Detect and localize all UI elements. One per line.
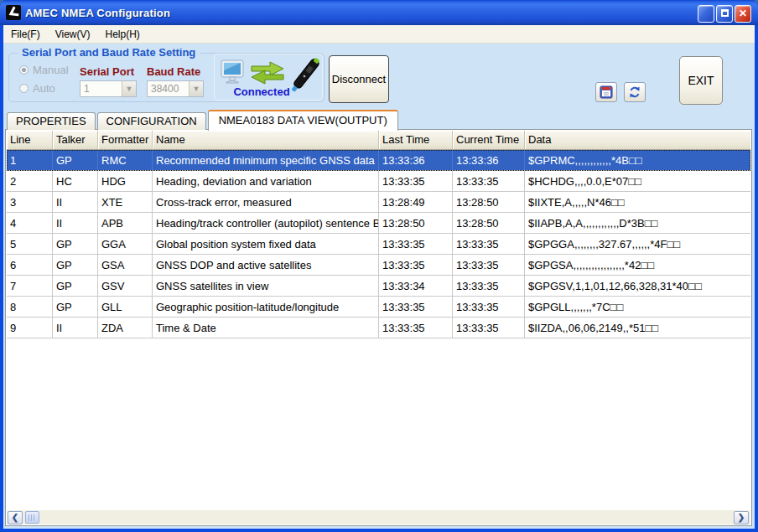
table-cell: 13:28:50: [453, 192, 525, 212]
table-cell: Heading/track controller (autopilot) sen…: [153, 213, 379, 233]
table-cell: 1: [7, 150, 53, 170]
table-cell: HDG: [98, 171, 153, 191]
connection-panel: Connected: [214, 54, 323, 101]
table-cell: $GPGSV,1,1,01,12,66,328,31*40□□: [525, 276, 750, 296]
main-content: Serial Port and Baud Rate Setting Manual…: [3, 44, 755, 529]
menu-bar: File(F) View(V) Help(H): [3, 25, 755, 44]
manual-radio-label: Manual: [33, 64, 69, 76]
table-cell: 3: [7, 192, 53, 212]
column-header-data[interactable]: Data: [525, 131, 750, 149]
app-logo-icon: [6, 5, 21, 20]
table-cell: 13:33:34: [379, 276, 453, 296]
table-row[interactable]: 6 GP GSA GNSS DOP and active satellites …: [7, 255, 750, 276]
column-header-name[interactable]: Name: [153, 131, 379, 149]
table-row[interactable]: 2 HC HDG Heading, deviation and variatio…: [7, 171, 750, 192]
menu-help[interactable]: Help(H): [97, 25, 147, 44]
data-transfer-arrows-icon: [250, 59, 285, 86]
table-cell: RMC: [98, 150, 153, 170]
table-cell: II: [53, 318, 98, 338]
serial-port-select[interactable]: 1 ▼: [80, 80, 137, 97]
column-header-line[interactable]: Line: [7, 131, 53, 149]
refresh-button[interactable]: [624, 82, 646, 102]
table-cell: $IIXTE,A,,,,,N*46□□: [525, 192, 750, 212]
column-header-last-time[interactable]: Last Time: [379, 131, 453, 149]
computer-icon: [220, 59, 247, 85]
table-cell: GSA: [98, 255, 153, 275]
serial-port-label: Serial Port: [80, 65, 134, 78]
column-header-talker[interactable]: Talker: [53, 131, 98, 149]
table-row[interactable]: 4 II APB Heading/track controller (autop…: [7, 213, 750, 234]
table-cell: $GPGGA,,,,,,,,327.67,,,,,,*4F□□: [525, 234, 750, 254]
tab-properties[interactable]: PROPERTIES: [7, 112, 96, 130]
title-bar[interactable]: AMEC NMEA Configuration _ ✕: [0, 0, 758, 25]
maximize-button[interactable]: [716, 5, 733, 23]
table-cell: 13:33:35: [453, 297, 525, 317]
chevron-down-icon[interactable]: ▼: [122, 81, 136, 96]
minimize-button[interactable]: _: [698, 5, 714, 23]
manual-radio[interactable]: Manual: [19, 64, 69, 76]
table-row[interactable]: 9 II ZDA Time & Date 13:33:35 13:33:35 $…: [7, 318, 750, 338]
table-cell: II: [53, 192, 98, 212]
table-cell: $GPGSA,,,,,,,,,,,,,,,,,*42□□: [525, 255, 750, 275]
chevron-down-icon[interactable]: ▼: [189, 81, 203, 96]
table-cell: GNSS satellites in view: [153, 276, 379, 296]
table-cell: GSV: [98, 276, 153, 296]
column-header-formatter[interactable]: Formatter: [98, 131, 153, 149]
table-cell: 13:33:35: [453, 318, 525, 338]
table-cell: 13:33:35: [379, 255, 453, 275]
table-row[interactable]: 8 GP GLL Geographic position-latitude/lo…: [7, 297, 750, 318]
scroll-left-icon[interactable]: ❮: [8, 511, 23, 524]
table-cell: 13:33:35: [379, 318, 453, 338]
save-button[interactable]: [595, 82, 617, 102]
baud-rate-select[interactable]: 38400 ▼: [147, 80, 204, 97]
close-button[interactable]: ✕: [735, 5, 751, 23]
table-cell: 13:33:35: [453, 255, 525, 275]
grid-body: 1 GP RMC Recommended minimum specific GN…: [7, 150, 750, 338]
table-cell: 6: [7, 255, 53, 275]
disconnect-button[interactable]: Disconnect: [329, 55, 389, 103]
table-cell: 5: [7, 234, 53, 254]
table-cell: Geographic position-latitude/longitude: [153, 297, 379, 317]
table-row[interactable]: 5 GP GGA Global position system fixed da…: [7, 234, 750, 255]
table-cell: 13:33:35: [379, 234, 453, 254]
refresh-icon: [628, 85, 641, 99]
table-cell: GP: [53, 150, 98, 170]
nmea-data-grid: Line Talker Formatter Name Last Time Cur…: [7, 131, 750, 509]
table-row[interactable]: 3 II XTE Cross-track error, measured 13:…: [7, 192, 750, 213]
exit-button[interactable]: EXIT: [679, 56, 723, 105]
table-cell: GP: [53, 276, 98, 296]
tab-configuration[interactable]: CONFIGURATION: [97, 112, 206, 130]
table-cell: 2: [7, 171, 53, 191]
tab-nmea0183-data-view[interactable]: NMEA0183 DATA VIEW(OUTPUT): [208, 110, 398, 131]
table-cell: 9: [7, 318, 53, 338]
table-cell: $IIAPB,A,A,,,,,,,,,,,,D*3B□□: [525, 213, 750, 233]
table-row[interactable]: 1 GP RMC Recommended minimum specific GN…: [7, 150, 750, 171]
table-cell: 13:28:50: [453, 213, 525, 233]
manual-radio-circle[interactable]: [19, 65, 29, 75]
table-cell: 13:33:35: [453, 276, 525, 296]
auto-radio[interactable]: Auto: [19, 82, 55, 95]
menu-file[interactable]: File(F): [3, 25, 48, 44]
table-cell: 13:33:35: [453, 171, 525, 191]
table-cell: GGA: [98, 234, 153, 254]
table-cell: 13:28:49: [379, 192, 453, 212]
app-window: AMEC NMEA Configuration _ ✕ File(F) View…: [0, 0, 758, 532]
table-cell: ZDA: [98, 318, 153, 338]
table-cell: 4: [7, 213, 53, 233]
table-cell: 13:28:50: [379, 213, 453, 233]
table-cell: 13:33:35: [379, 297, 453, 317]
table-cell: Time & Date: [153, 318, 379, 338]
menu-view[interactable]: View(V): [48, 25, 98, 44]
connection-status: Connected: [215, 85, 309, 98]
table-cell: 13:33:35: [379, 171, 453, 191]
serial-port-value: 1: [80, 83, 122, 95]
column-header-current-time[interactable]: Current Time: [453, 131, 525, 149]
table-cell: HC: [53, 171, 98, 191]
horizontal-scrollbar[interactable]: ❮ ❯: [7, 510, 750, 524]
scroll-right-icon[interactable]: ❯: [734, 511, 749, 524]
table-cell: Recommended minimum specific GNSS data: [153, 150, 379, 170]
scrollbar-thumb[interactable]: [25, 511, 39, 524]
auto-radio-circle[interactable]: [19, 84, 29, 93]
window-title: AMEC NMEA Configuration: [25, 7, 170, 19]
table-row[interactable]: 7 GP GSV GNSS satellites in view 13:33:3…: [7, 276, 750, 297]
